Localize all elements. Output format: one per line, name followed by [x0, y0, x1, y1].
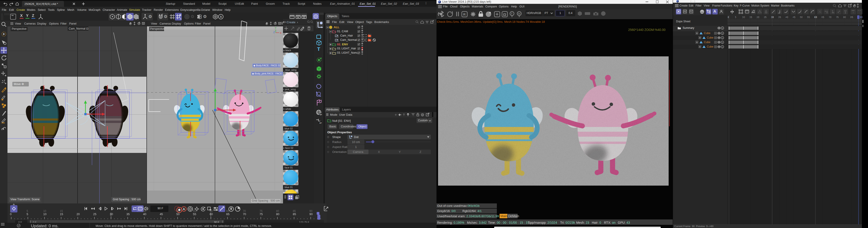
svg-text:R: R: [463, 12, 466, 16]
svg-text:Z: Z: [273, 31, 275, 34]
svg-text:S: S: [722, 27, 723, 29]
svg-text:ST: ST: [337, 36, 339, 37]
svg-text:A: A: [852, 11, 854, 14]
svg-text:Y: Y: [275, 27, 277, 29]
svg-text:S: S: [722, 37, 723, 39]
svg-text:X: X: [280, 32, 282, 34]
svg-text:A: A: [220, 15, 222, 18]
svg-text:S: S: [722, 46, 723, 48]
svg-text:M: M: [518, 12, 520, 15]
svg-text:ST: ST: [319, 122, 322, 124]
svg-text:ST: ST: [337, 41, 339, 42]
svg-text:S: S: [722, 41, 723, 43]
svg-text:A: A: [180, 17, 182, 20]
svg-text:S: S: [722, 33, 723, 35]
svg-text:ST: ST: [320, 114, 322, 116]
svg-text:F: F: [511, 12, 513, 15]
